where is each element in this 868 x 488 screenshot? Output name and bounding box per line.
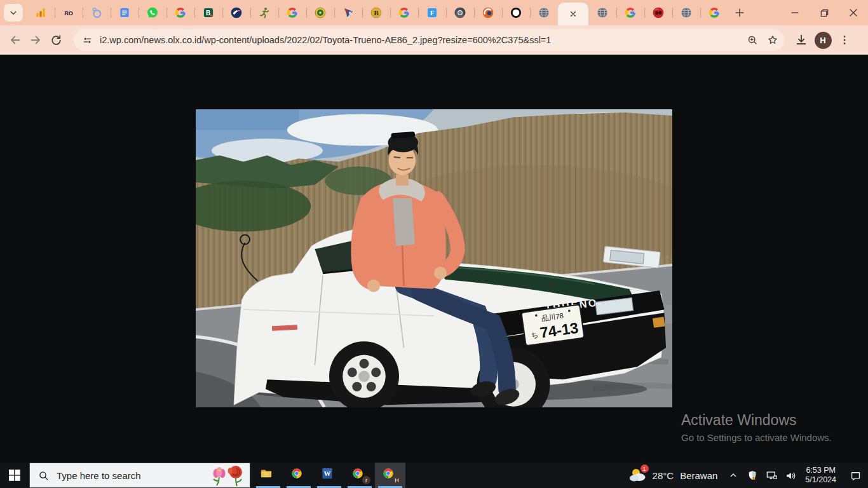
- forward-button[interactable]: [25, 30, 46, 50]
- profile-badge: r: [362, 476, 370, 484]
- search-placeholder: Type here to search: [57, 470, 141, 481]
- taskbar-app-chrome-window-2[interactable]: r: [344, 463, 375, 488]
- tab-gold-b[interactable]: B: [362, 0, 390, 25]
- tab-close-icon[interactable]: [567, 8, 580, 20]
- taskbar-app-chrome-window-1[interactable]: [283, 463, 314, 488]
- windows-logo-icon: [9, 470, 20, 481]
- search-doodle-flowers-icon: [210, 464, 246, 487]
- zoom-page-button[interactable]: [743, 31, 761, 49]
- tab-doc-lines[interactable]: [111, 0, 139, 25]
- close-icon: [847, 6, 860, 19]
- tab-google[interactable]: [616, 0, 644, 25]
- tab-globe[interactable]: [672, 0, 700, 25]
- tab-whatsapp[interactable]: [139, 0, 166, 25]
- tab-k-plane[interactable]: K: [334, 0, 362, 25]
- activate-windows-watermark: Activate Windows Go to Settings to activ…: [681, 412, 832, 443]
- tab-crest[interactable]: [306, 0, 334, 25]
- svg-text:RO: RO: [64, 10, 73, 17]
- chevron-up-icon: [728, 470, 738, 480]
- tray-expand-button[interactable]: [725, 463, 742, 488]
- tab-globe[interactable]: [530, 0, 558, 25]
- blue-f-icon: F: [426, 6, 438, 19]
- runner-icon: [258, 6, 271, 19]
- site-settings-icon[interactable]: [81, 34, 93, 46]
- weather-badge: 1: [641, 464, 649, 473]
- search-icon: [38, 470, 49, 481]
- close-window-button[interactable]: [839, 0, 868, 25]
- start-button[interactable]: [0, 463, 29, 488]
- tab-black-ring[interactable]: [502, 0, 530, 25]
- svg-text:K: K: [349, 11, 352, 15]
- shield-warning-icon: [747, 470, 758, 481]
- back-button[interactable]: [5, 30, 25, 50]
- tab-green-b[interactable]: B: [194, 0, 222, 25]
- tab-red-dots[interactable]: [644, 0, 672, 25]
- chevron-down-icon: [8, 7, 19, 18]
- weather-widget[interactable]: 1 28°C Berawan: [628, 466, 718, 485]
- minimize-button[interactable]: [780, 0, 810, 25]
- ae86-photo[interactable]: TRUENO: [196, 109, 672, 407]
- tab-active[interactable]: [558, 3, 588, 25]
- search-input[interactable]: Type here to search: [29, 463, 250, 488]
- doc-lines-icon: [118, 6, 131, 19]
- security-tray-button[interactable]: [744, 463, 761, 488]
- tab-orange-swirl[interactable]: [474, 0, 502, 25]
- bookmark-button[interactable]: [764, 31, 782, 49]
- restore-icon: [818, 7, 831, 19]
- toolbar-actions: H: [790, 29, 855, 51]
- taskbar: Type here to search WrH: [0, 463, 868, 488]
- avatar: H: [815, 32, 832, 49]
- address-bar[interactable]: i2.wp.com/news.olx.co.id/wp-content/uplo…: [74, 29, 784, 51]
- url-text: i2.wp.com/news.olx.co.id/wp-content/uplo…: [100, 35, 743, 45]
- weather-icon: 1: [628, 466, 648, 485]
- menu-button[interactable]: [834, 29, 855, 51]
- tab-strip: ROBKBF: [0, 0, 868, 25]
- crest-icon: [314, 6, 327, 19]
- notification-icon: [850, 470, 862, 482]
- tab-google[interactable]: [166, 0, 194, 25]
- tab-globe[interactable]: [588, 0, 616, 25]
- tab-runner[interactable]: [250, 0, 278, 25]
- plus-icon: [733, 6, 746, 19]
- reload-button[interactable]: [46, 30, 66, 50]
- speaker-icon: [785, 470, 797, 482]
- tab-navy-eagle[interactable]: [222, 0, 250, 25]
- red-dots-icon: [652, 6, 665, 19]
- action-center-button[interactable]: [843, 463, 868, 488]
- taskbar-app-chrome-window-3[interactable]: H: [375, 463, 405, 488]
- taskbar-apps: WrH: [253, 463, 405, 488]
- navigation-toolbar: i2.wp.com/news.olx.co.id/wp-content/uplo…: [0, 25, 868, 55]
- profile-button[interactable]: H: [812, 29, 834, 51]
- tab-google[interactable]: [278, 0, 306, 25]
- svg-text:B: B: [206, 10, 210, 17]
- tab-chrome-gray[interactable]: [446, 0, 474, 25]
- globe-icon: [538, 6, 550, 19]
- bookmark-star-icon: [766, 34, 779, 46]
- google-icon: [624, 6, 637, 19]
- word-icon: W: [321, 467, 338, 484]
- volume-tray-button[interactable]: [782, 463, 799, 488]
- gold-b-icon: B: [370, 6, 383, 19]
- tab-google[interactable]: [700, 0, 728, 25]
- restore-button[interactable]: [810, 0, 839, 25]
- taskbar-clock[interactable]: 6:53 PM 5/1/2024: [805, 466, 836, 485]
- new-tab-button[interactable]: [731, 4, 749, 22]
- svg-text:W: W: [323, 470, 330, 477]
- download-button[interactable]: [790, 29, 812, 51]
- navy-eagle-icon: [230, 6, 243, 19]
- weather-condition-label: Berawan: [680, 470, 717, 481]
- clock-date: 5/1/2024: [805, 475, 836, 485]
- network-tray-button[interactable]: [763, 463, 780, 488]
- network-icon: [766, 470, 778, 482]
- tab-scroll-button[interactable]: [4, 4, 23, 22]
- tab-google[interactable]: [390, 0, 418, 25]
- taskbar-app-file-explorer[interactable]: [253, 463, 283, 488]
- tab-chart-bars[interactable]: [27, 0, 55, 25]
- tab-blue-f[interactable]: F: [418, 0, 446, 25]
- svg-text:B: B: [374, 9, 378, 17]
- three-dot-menu-icon: [838, 34, 851, 46]
- taskbar-app-word[interactable]: W: [314, 463, 344, 488]
- minimize-icon: [789, 6, 801, 19]
- tab-blue-ring[interactable]: [83, 0, 111, 25]
- tab-ro-logo[interactable]: RO: [55, 0, 83, 25]
